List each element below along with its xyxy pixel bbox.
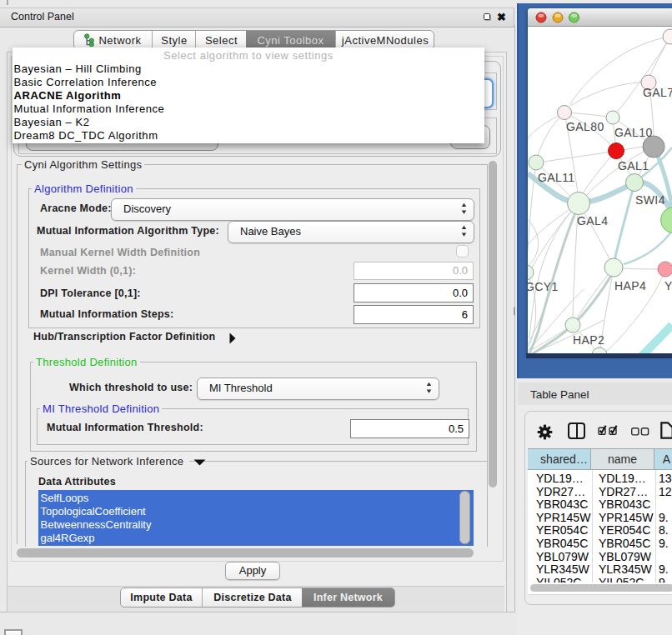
svg-text:GAL4: GAL4 [577,214,608,228]
svg-text:GAL7: GAL7 [643,86,672,99]
svg-text:HAP2: HAP2 [573,333,604,347]
svg-text:GCY1: GCY1 [528,280,559,293]
svg-text:GAL80: GAL80 [566,120,604,133]
svg-text:GAL11: GAL11 [538,171,575,184]
svg-text:HAP4: HAP4 [614,279,646,292]
svg-text:GAL10: GAL10 [614,126,653,139]
svg-text:SWI4: SWI4 [635,193,665,207]
svg-text:GAL1: GAL1 [618,159,649,172]
svg-text:Y: Y [664,279,672,292]
